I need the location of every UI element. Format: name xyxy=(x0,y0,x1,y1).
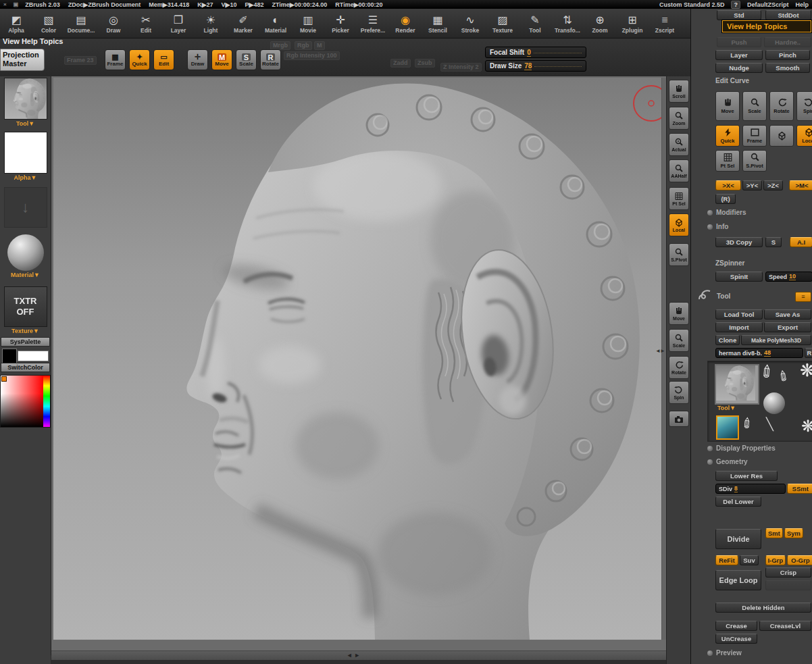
focal-shift-slider[interactable]: Focal Shift 0 xyxy=(485,47,586,58)
scale-button[interactable]: S Scale xyxy=(236,49,257,70)
local-button[interactable]: Local xyxy=(669,213,689,236)
horizontal-scrollbar[interactable]: ◄ ► xyxy=(51,650,667,660)
palette-picker[interactable]: ✛ Picker xyxy=(324,9,357,38)
palette-edit[interactable]: ✂ Edit xyxy=(130,9,162,38)
palette-alpha[interactable]: ◩ Alpha xyxy=(0,9,32,38)
r-axis-button[interactable]: (R) xyxy=(715,194,736,204)
ai-button[interactable]: A.I xyxy=(790,237,812,247)
draw-button[interactable]: ✛ Draw xyxy=(187,49,208,70)
palette-zoom[interactable]: ⊕ Zoom xyxy=(584,9,616,38)
edit-button[interactable]: ▭ Edit xyxy=(153,49,174,70)
o-grp-button[interactable]: O-Grp xyxy=(787,555,812,565)
axis-z-button[interactable]: >Z< xyxy=(763,180,783,190)
layer-brush-button[interactable]: Layer xyxy=(715,50,763,60)
brush-tool-icon[interactable]: ✐ xyxy=(774,367,794,385)
crisp-button[interactable]: Crisp xyxy=(765,567,811,578)
secondary-color-swatch[interactable] xyxy=(18,351,49,361)
frame-button[interactable]: ▦ Frame xyxy=(105,49,126,70)
display-properties-header[interactable]: Display Properties xyxy=(707,444,776,452)
make-polymesh3d-button[interactable]: Make PolyMesh3D xyxy=(741,335,811,345)
export-button[interactable]: Export xyxy=(764,322,811,332)
menubar-mode[interactable]: Custom Standard 2.5D xyxy=(659,1,725,8)
alpha-flyout-label[interactable]: Alpha▼ xyxy=(3,174,48,181)
s-button[interactable]: S xyxy=(765,237,782,247)
actual-button[interactable]: Actual xyxy=(669,133,689,156)
rotate-button[interactable]: R Rotate xyxy=(260,49,281,70)
stddot-brush-button[interactable]: StdDot xyxy=(765,10,811,20)
nudge-brush-button[interactable]: Nudge xyxy=(715,63,763,73)
menubar-item[interactable]: RTime▶00:00:20 xyxy=(335,1,382,8)
tool-flyout-label[interactable]: Tool▼ xyxy=(3,120,48,127)
menubar-item[interactable]: ZDoc▶ZBrush Document xyxy=(68,1,141,8)
refit-button[interactable]: ReFit xyxy=(715,555,738,565)
smooth-brush-button[interactable]: Smooth xyxy=(765,63,810,73)
palette-draw[interactable]: ◎ Draw xyxy=(97,9,130,38)
palette-zscript[interactable]: ≡ Zscript xyxy=(649,9,681,38)
active-tool-mini-thumbnail[interactable] xyxy=(716,415,739,440)
scale-panel-button[interactable]: Scale xyxy=(742,91,767,121)
spinit-button[interactable]: SpinIt xyxy=(715,272,763,282)
menubar-zscript[interactable]: DefaultZScript xyxy=(747,1,789,8)
edge-loop-button[interactable]: Edge Loop xyxy=(715,570,761,590)
menubar-item[interactable]: ZTime▶00:00:24.00 xyxy=(272,1,328,8)
sphere-tool-icon[interactable] xyxy=(763,392,785,414)
quick-button[interactable]: ✦ Quick xyxy=(129,49,150,70)
menubar-item[interactable]: P▶482 xyxy=(245,1,264,8)
crease-button[interactable]: Crease xyxy=(715,621,757,631)
preview-header[interactable]: Preview xyxy=(707,649,742,657)
local-panel-button[interactable]: Local xyxy=(796,125,812,147)
creaselvl-slider[interactable]: CreaseLvl xyxy=(759,621,811,631)
s-pivot-panel-button[interactable]: S.Pivot xyxy=(742,150,767,172)
uncrease-button[interactable]: UnCrease xyxy=(715,634,757,644)
axis-m-button[interactable]: >M< xyxy=(789,180,812,190)
palette-movie[interactable]: ▥ Movie xyxy=(292,9,324,38)
std-brush-button[interactable]: Std xyxy=(717,10,761,20)
save-as-button[interactable]: Save As xyxy=(764,309,811,320)
del-lower-button[interactable]: Del Lower xyxy=(715,496,761,507)
move-panel-button[interactable]: Move xyxy=(715,91,740,121)
palette-render[interactable]: ◉ Render xyxy=(389,9,422,38)
tool-dropdown-icon[interactable]: ≡ xyxy=(795,292,811,302)
menubar-item[interactable]: ZBrush 2.03 xyxy=(25,1,60,8)
draw-size-slider[interactable]: Draw Size 78 xyxy=(485,60,586,72)
color-gradient-area[interactable] xyxy=(1,376,43,427)
ssmt-button[interactable]: SSmt xyxy=(787,484,812,494)
brush-tool-icon[interactable]: ✐ xyxy=(738,413,757,433)
texture-flyout-label[interactable]: Texture▼ xyxy=(3,328,48,334)
palette-texture[interactable]: ▨ Texture xyxy=(486,9,519,38)
clone-button[interactable]: Clone xyxy=(715,335,740,345)
i-grp-button[interactable]: I-Grp xyxy=(765,555,786,565)
palette-color[interactable]: ▧ Color xyxy=(32,9,65,38)
suv-button[interactable]: Suv xyxy=(740,555,759,565)
lower-res-button[interactable]: Lower Res xyxy=(715,471,778,481)
palette-layer[interactable]: ❐ Layer xyxy=(162,9,195,38)
palette-transform[interactable]: ⇅ Transfo... xyxy=(551,9,584,38)
menubar-item[interactable]: Mem▶314.418 xyxy=(149,1,189,8)
zoom-button[interactable]: Zoom xyxy=(669,107,689,130)
current-stroke-thumbnail[interactable]: ↓ xyxy=(4,187,47,228)
load-tool-button[interactable]: Load Tool xyxy=(715,309,763,320)
star-tool-icon[interactable]: ❋ xyxy=(800,360,812,381)
projection-master-button[interactable]: Projection Master xyxy=(0,49,45,71)
spin-nav-button[interactable]: Spin xyxy=(669,381,689,404)
palette-tool[interactable]: ✎ Tool xyxy=(519,9,551,38)
line-tool-icon[interactable]: ╲ xyxy=(766,417,773,432)
switchcolor-button[interactable]: SwitchColor xyxy=(1,363,50,372)
palette-document[interactable]: ▤ Docume... xyxy=(65,9,97,38)
sdiv-slider[interactable]: SDiv 8 xyxy=(715,484,786,494)
menubar-help[interactable]: Help xyxy=(795,1,809,8)
quick-panel-button[interactable]: Quick xyxy=(715,125,740,147)
sym-button[interactable]: Sym xyxy=(784,528,803,538)
tool-name-slider[interactable]: herman div8-b. 48 xyxy=(715,348,803,358)
palette-light[interactable]: ☀ Light xyxy=(195,9,227,38)
color-picker[interactable] xyxy=(0,375,51,428)
horizontal-scroll-arrows[interactable]: ◄ ► xyxy=(338,652,368,659)
scale-nav-button[interactable]: Scale xyxy=(669,329,689,352)
close-icon[interactable]: × xyxy=(3,1,7,7)
material-flyout-label[interactable]: Material▼ xyxy=(3,272,48,278)
current-alpha-thumbnail[interactable] xyxy=(4,132,47,174)
palette-marker[interactable]: ✐ Marker xyxy=(227,9,259,38)
menubar-item[interactable]: V▶10 xyxy=(222,1,237,8)
current-material-sphere[interactable] xyxy=(7,234,44,271)
polyframe-panel-button[interactable] xyxy=(769,125,794,147)
